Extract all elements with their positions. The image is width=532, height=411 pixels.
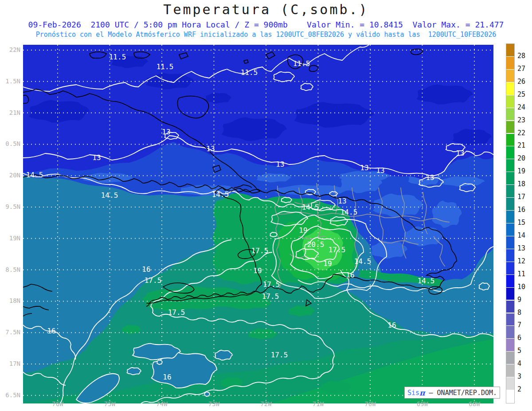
lat-axis-label: 22N <box>0 46 20 53</box>
contour-label: 17.5 <box>263 280 280 289</box>
colorbar-segment <box>506 236 514 249</box>
contour-label: 14.5 <box>101 191 118 200</box>
lon-axis-label: 73W <box>204 400 224 407</box>
header-datetime-minmax: 09-Feb-2026 2100 UTC / 5:00 pm Hora Loca… <box>0 20 532 29</box>
colorbar-label: 27 <box>517 65 525 73</box>
colorbar-segment <box>506 57 514 69</box>
lat-axis-label: 8.5N <box>0 266 20 273</box>
contour-label: 14.5 <box>418 277 435 285</box>
contour-label: 13 <box>338 197 346 205</box>
colorbar-segment <box>506 377 514 390</box>
map-svg <box>23 45 493 403</box>
contour-label: 14.5 <box>212 190 229 199</box>
colorbar-label: 8 <box>517 309 521 317</box>
colorbar-label: 5 <box>517 347 521 355</box>
colorbar: 2827262524232221201918171615141312111098… <box>506 43 532 403</box>
lon-axis-label: 70W <box>360 400 380 407</box>
colorbar-label: 6 <box>517 334 521 342</box>
weather-map: 11.511.511.511.513131313131313131314.514… <box>23 45 493 403</box>
lat-axis-label: 17N <box>0 360 20 367</box>
contour-label: 16 <box>47 327 55 335</box>
colorbar-segment <box>506 262 514 274</box>
pi-logo: π <box>419 388 425 397</box>
contour-label: 13 <box>426 173 434 182</box>
colorbar-label: 2 <box>517 385 521 393</box>
lon-axis-label: 68W <box>465 400 484 407</box>
lat-axis-label: 20N <box>0 172 20 179</box>
colorbar-label: 12 <box>517 257 525 265</box>
contour-label: 19 <box>323 259 332 268</box>
colorbar-segment <box>506 390 514 403</box>
contour-label: 13 <box>276 160 284 168</box>
lon-axis-label: 74W <box>152 400 172 407</box>
colorbar-label: 9 <box>517 296 521 304</box>
contour-label: 16 <box>163 373 171 381</box>
contour-label: 13 <box>456 149 464 157</box>
colorbar-label: 20 <box>517 154 525 162</box>
contour-label: 11.5 <box>156 63 174 71</box>
header-model-info: Pronóstico con el Modelo Atmósferico WRF… <box>0 31 532 39</box>
colorbar-label: 23 <box>517 116 525 124</box>
contour-label: 13 <box>162 128 170 136</box>
colorbar-label: 22 <box>517 129 525 137</box>
colorbar-label: 25 <box>517 90 525 98</box>
colorbar-segment <box>506 249 514 262</box>
lat-axis-label: 0.5N <box>0 140 20 147</box>
colorbar-segment <box>506 198 514 210</box>
lat-axis-label: 7.5N <box>0 329 20 336</box>
sis-brand: Sis <box>407 389 419 397</box>
contour-label: 20.5 <box>307 240 325 249</box>
colorbar-label: 14 <box>517 231 525 239</box>
contour-label: 11.5 <box>241 68 258 77</box>
colorbar-label: 3 <box>517 372 521 380</box>
contour-label: 17.5 <box>271 351 288 359</box>
colorbar-segment <box>506 352 514 364</box>
colorbar-segment <box>506 339 514 351</box>
contour-label: 16 <box>387 321 396 329</box>
contour-label: 14.5 <box>26 171 43 179</box>
lon-axis-label: 71W <box>309 400 328 407</box>
contour-label: 11.5 <box>293 59 310 68</box>
lat-axis-label: 18N <box>0 297 20 304</box>
lat-axis-label: 21N <box>0 109 20 116</box>
colorbar-segment <box>506 313 514 326</box>
colorbar-label: 11 <box>517 270 525 278</box>
colorbar-segment <box>506 44 514 56</box>
contour-label: 13 <box>376 166 384 175</box>
contour-label: 17.5 <box>262 292 279 301</box>
colorbar-segment <box>506 185 514 197</box>
colorbar-label: 26 <box>517 78 525 86</box>
colorbar-segment <box>506 275 514 287</box>
colorbar-segment <box>506 223 514 236</box>
lon-axis-label: 72W <box>256 400 276 407</box>
contour-label: 13 <box>206 145 215 153</box>
contour-label: 14.5 <box>354 257 372 266</box>
lat-axis-label: 19N <box>0 235 20 242</box>
colorbar-label: 28 <box>517 52 525 60</box>
lon-axis-label: 69W <box>413 400 432 407</box>
contour-label: 16 <box>346 271 354 279</box>
colorbar-label: 17 <box>517 193 525 201</box>
colorbar-segment <box>506 146 514 159</box>
colorbar-segment <box>506 159 514 172</box>
contour-label: 17.5 <box>145 276 162 285</box>
colorbar-segment <box>506 70 514 82</box>
colorbar-label: 7 <box>517 321 521 329</box>
colorbar-label: 21 <box>517 141 525 149</box>
colorbar-segment <box>506 211 514 223</box>
colorbar-segment <box>506 134 514 146</box>
contour-label: 14.5 <box>340 208 358 216</box>
contour-label: 17.5 <box>251 247 269 255</box>
colorbar-segment <box>506 172 514 184</box>
contour-label: 13 <box>92 153 101 162</box>
contour-label: 19 <box>299 226 307 235</box>
contour-label: 13 <box>360 164 368 172</box>
lon-axis-label: 75W <box>100 400 120 407</box>
colorbar-label: 10 <box>517 283 525 291</box>
page-title: Temperatura (C,somb.) <box>0 2 532 17</box>
colorbar-segment <box>506 121 514 133</box>
colorbar-segment <box>506 326 514 338</box>
colorbar-segment <box>506 82 514 95</box>
lat-axis-label: 9.5N <box>0 203 20 210</box>
page-root: Temperatura (C,somb.) 09-Feb-2026 2100 U… <box>0 0 532 411</box>
